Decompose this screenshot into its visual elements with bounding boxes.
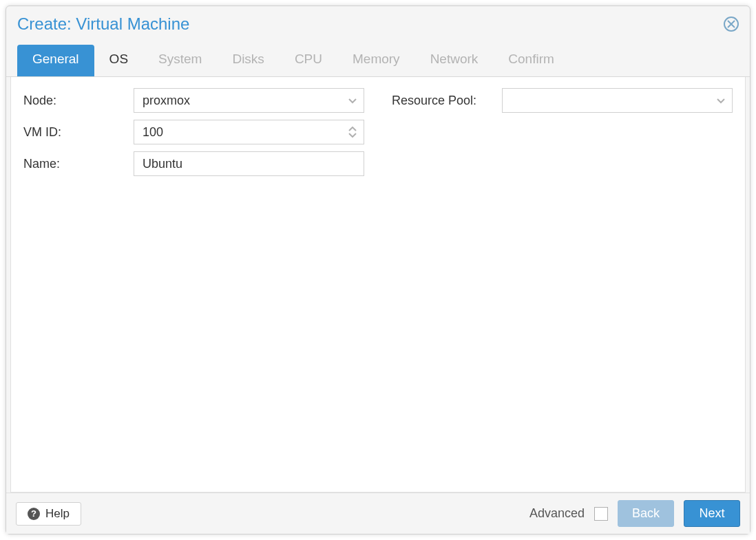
chevron-down-icon	[348, 132, 357, 138]
tab-disks: Disks	[217, 45, 279, 76]
label-name: Name:	[23, 157, 134, 171]
label-vmid: VM ID:	[23, 125, 134, 140]
node-combo-trigger[interactable]	[346, 89, 359, 112]
dialog-footer: ? Help Advanced Back Next	[6, 493, 750, 534]
name-input[interactable]	[141, 152, 357, 175]
footer-right: Advanced Back Next	[529, 500, 740, 527]
tab-cpu: CPU	[280, 45, 337, 76]
tab-memory: Memory	[337, 45, 415, 76]
form-body: Node: VM ID:	[10, 77, 746, 493]
node-combo[interactable]	[134, 88, 364, 113]
resource-pool-input[interactable]	[510, 89, 725, 112]
left-column: Node: VM ID:	[23, 88, 364, 481]
tab-network: Network	[415, 45, 494, 76]
close-icon	[727, 20, 735, 28]
row-resource-pool: Resource Pool:	[392, 88, 733, 113]
tab-system: System	[143, 45, 217, 76]
next-button[interactable]: Next	[684, 500, 740, 527]
name-field[interactable]	[134, 151, 364, 176]
row-name: Name:	[23, 151, 364, 176]
label-node: Node:	[23, 94, 134, 108]
help-icon: ?	[28, 508, 40, 520]
chevron-up-icon	[348, 127, 357, 132]
resource-pool-combo[interactable]	[502, 88, 733, 113]
create-vm-dialog: Create: Virtual Machine General OS Syste…	[6, 6, 750, 534]
help-label: Help	[45, 507, 70, 521]
chevron-down-icon	[716, 96, 726, 105]
vmid-input[interactable]	[141, 120, 357, 144]
resource-pool-combo-trigger[interactable]	[714, 89, 728, 112]
advanced-checkbox[interactable]	[594, 507, 608, 521]
vmid-spinner-trigger[interactable]	[346, 120, 359, 144]
advanced-label: Advanced	[529, 506, 585, 521]
row-node: Node:	[23, 88, 364, 113]
right-column: Resource Pool:	[392, 88, 733, 481]
dialog-titlebar: Create: Virtual Machine	[6, 6, 750, 38]
tab-general[interactable]: General	[17, 45, 94, 76]
dialog-title: Create: Virtual Machine	[17, 14, 189, 34]
vmid-spinner[interactable]	[134, 120, 364, 144]
help-button[interactable]: ? Help	[16, 502, 81, 526]
back-button[interactable]: Back	[618, 500, 674, 527]
close-button[interactable]	[724, 17, 739, 32]
node-input[interactable]	[141, 89, 357, 112]
wizard-tabs: General OS System Disks CPU Memory Netwo…	[6, 38, 750, 77]
row-vmid: VM ID:	[23, 120, 364, 144]
tab-confirm: Confirm	[493, 45, 569, 76]
label-resource-pool: Resource Pool:	[392, 94, 502, 108]
chevron-down-icon	[348, 96, 357, 105]
tab-os[interactable]: OS	[94, 45, 143, 76]
